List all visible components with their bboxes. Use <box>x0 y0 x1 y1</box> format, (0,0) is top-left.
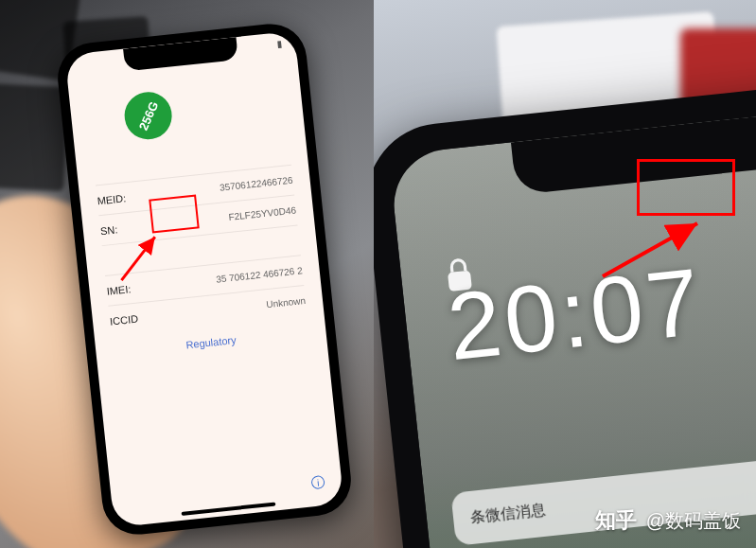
label-meid: MEID: <box>97 192 127 206</box>
notification-title: 条微信消息 <box>469 500 547 527</box>
notch <box>123 37 238 71</box>
value-iccid: Unknown <box>266 295 307 309</box>
svg-line-9 <box>603 223 697 276</box>
author-handle: @数码盖饭 <box>646 508 741 534</box>
right-photo: 20:07 条微信消息 现在 <box>374 0 756 548</box>
label-iccid: ICCID <box>109 312 138 327</box>
value-meid: 35706122466726 <box>220 175 294 193</box>
iphone-device: ▮ 256G MEID: 35706122466726 SN: F2LF25YV… <box>54 21 354 539</box>
status-bar: ▮ <box>276 38 283 49</box>
svg-line-0 <box>117 237 159 280</box>
iphone-closeup: 20:07 条微信消息 现在 <box>374 62 756 548</box>
value-imei: 35 706122 466726 2 <box>216 265 303 285</box>
bg-box <box>0 83 69 192</box>
home-indicator <box>182 502 276 515</box>
watermark: 知乎 @数码盖饭 <box>595 506 741 535</box>
zhihu-logo-text: 知乎 <box>595 506 637 535</box>
storage-sticker: 256G <box>117 84 180 147</box>
annotation-arrow-icon <box>595 218 709 284</box>
annotation-arrow-icon <box>111 228 169 287</box>
composite-image: ▮ 256G MEID: 35706122466726 SN: F2LF25YV… <box>0 0 756 548</box>
info-icon: i <box>310 475 325 489</box>
value-sn: F2LF25YV0D46 <box>228 205 296 222</box>
left-photo: ▮ 256G MEID: 35706122466726 SN: F2LF25YV… <box>0 0 374 548</box>
annotation-box <box>637 159 735 216</box>
annotation-box <box>149 194 199 233</box>
device-info-screen: ▮ 256G MEID: 35706122466726 SN: F2LF25YV… <box>64 31 343 528</box>
